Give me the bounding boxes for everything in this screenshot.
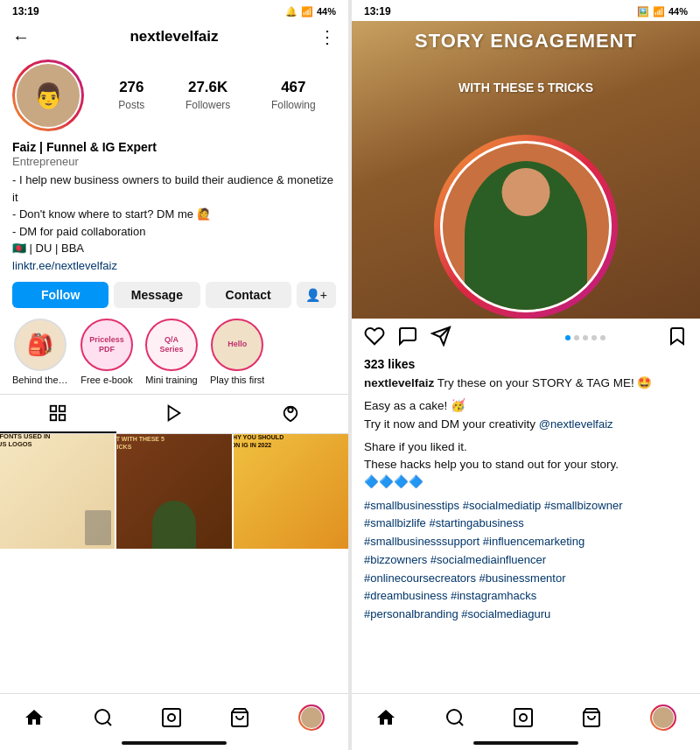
tab-grid[interactable] xyxy=(0,395,116,433)
profile-avatar-inner-left xyxy=(300,706,323,729)
try-line: Try it now and DM your creativity xyxy=(364,417,539,431)
send-icon xyxy=(430,326,452,347)
dot-1 xyxy=(565,335,570,340)
bio-text: - I help new business owners to build th… xyxy=(12,172,336,257)
bio-section: Faiz | Funnel & IG Expert Entrepreneur -… xyxy=(0,140,348,273)
nav-shop-right[interactable] xyxy=(572,704,611,732)
following-label: Following xyxy=(271,99,316,111)
like-button[interactable] xyxy=(364,326,385,350)
nav-reels-left[interactable] xyxy=(152,704,191,732)
post-image: STORY ENGAGEMENT WITH THESE 5 TRICKS xyxy=(352,21,700,319)
followers-stat[interactable]: 27.6K Followers xyxy=(186,79,230,112)
comment-icon xyxy=(397,326,418,347)
posts-label: Posts xyxy=(118,99,144,111)
highlight-item-3[interactable]: Q/ASeries Mini training xyxy=(145,319,198,385)
post-extra-1: Easy as a cake! 🥳 Try it now and DM your… xyxy=(364,397,688,433)
emoji-line: 🔷🔷🔷🔷 xyxy=(364,475,424,488)
svg-rect-1 xyxy=(60,405,65,410)
status-icons-right: 🖼️ 📶 44% xyxy=(637,6,688,18)
bookmark-icon xyxy=(667,326,688,347)
profile-stats: 276 Posts 27.6K Followers 467 Following xyxy=(98,79,336,112)
action-buttons: Follow Message Contact 👤+ xyxy=(0,282,348,308)
person-avatar xyxy=(440,141,612,312)
grid-post-2-text: INCREASE YOUR STORY ENGAGEMENT WITH THES… xyxy=(116,434,174,455)
person-body xyxy=(465,161,587,310)
highlight-item-4[interactable]: Hello Play this first xyxy=(210,319,264,385)
grid-post-1[interactable]: 8 POPULAR FONTS USED IN FAMOUS LOGOS xyxy=(0,434,115,549)
nav-search-right[interactable] xyxy=(436,704,474,732)
person-circle xyxy=(434,135,618,319)
svg-rect-7 xyxy=(163,709,180,726)
nav-profile-left[interactable] xyxy=(290,701,333,734)
battery-right: 44% xyxy=(668,6,688,17)
post-mention[interactable]: @nextlevelfaiz xyxy=(539,417,613,431)
posts-stat[interactable]: 276 Posts xyxy=(118,79,144,112)
grid-post-3[interactable]: 3 REASONS WHY YOU SHOULD USE ADS ON IG I… xyxy=(234,434,348,549)
svg-point-6 xyxy=(95,710,109,724)
highlight-item-2[interactable]: PricelessPDF Free e-book xyxy=(80,319,133,385)
phone-right: 13:19 🖼️ 📶 44% STORY ENGAGEMENT WITH THE… xyxy=(352,0,700,750)
tab-reels[interactable] xyxy=(116,395,233,433)
message-button[interactable]: Message xyxy=(114,282,200,308)
search-icon-right xyxy=(444,707,466,728)
bottom-nav-left xyxy=(0,693,348,738)
share-button[interactable] xyxy=(430,326,452,350)
alarm-icon: 🔔 xyxy=(285,6,298,18)
avatar-wrapper[interactable]: 👨 xyxy=(12,60,84,131)
highlight-circle-3: Q/ASeries xyxy=(145,319,198,371)
back-button[interactable]: ← xyxy=(12,27,30,47)
highlight-item-1[interactable]: 🎒 Behind the sc... xyxy=(12,319,68,385)
nav-shop-left[interactable] xyxy=(220,704,259,732)
nav-search-left[interactable] xyxy=(84,704,122,732)
tab-tagged[interactable] xyxy=(232,395,348,433)
bottom-nav-right xyxy=(352,693,700,738)
grid-post-2[interactable]: INCREASE YOUR STORY ENGAGEMENT WITH THES… xyxy=(116,434,231,549)
time-left: 13:19 xyxy=(12,5,39,18)
status-icons-left: 🔔 📶 44% xyxy=(285,6,336,18)
grid-post-1-text: 8 POPULAR FONTS USED IN FAMOUS LOGOS xyxy=(0,434,58,453)
dot-indicators xyxy=(515,335,654,340)
likes-count: 323 likes xyxy=(364,357,688,371)
comment-button[interactable] xyxy=(397,326,418,350)
dot-3 xyxy=(583,335,588,340)
following-count: 467 xyxy=(271,79,316,96)
highlight-label-2: Free e-book xyxy=(80,375,132,385)
grid-icon xyxy=(48,403,67,423)
add-friend-button[interactable]: 👤+ xyxy=(297,282,336,308)
post-content: 323 likes nextlevelfaiz Try these on you… xyxy=(352,357,700,693)
nav-bar-left: ← nextlevelfaiz ⋮ xyxy=(0,21,348,53)
dot-4 xyxy=(592,335,597,340)
profile-avatar-left xyxy=(298,704,325,731)
following-stat[interactable]: 467 Following xyxy=(271,79,316,112)
nav-home-left[interactable] xyxy=(15,704,53,732)
bio-line1: - I help new business owners to build th… xyxy=(12,173,333,204)
home-icon-right xyxy=(375,707,396,728)
posts-grid: 8 POPULAR FONTS USED IN FAMOUS LOGOS INC… xyxy=(0,434,348,694)
bio-line2: - Don't know where to start? DM me 🙋 xyxy=(12,207,211,221)
save-button[interactable] xyxy=(667,326,688,350)
svg-rect-0 xyxy=(51,405,56,410)
post-caption-text: Try these on your STORY & TAG ME! 🤩 xyxy=(438,376,653,389)
contact-button[interactable]: Contact xyxy=(206,282,291,308)
nav-profile-right[interactable] xyxy=(641,701,685,734)
post-extra-2: Share if you liked it. These hacks help … xyxy=(364,438,688,492)
hacks-line: These hacks help you to stand out for yo… xyxy=(364,458,619,471)
post-actions xyxy=(352,319,700,357)
reels-icon-right xyxy=(513,707,534,728)
follow-button[interactable]: Follow xyxy=(12,282,108,308)
avatar: 👨 xyxy=(15,62,81,129)
profile-avatar-right xyxy=(650,704,676,731)
nav-reels-right[interactable] xyxy=(504,704,542,732)
svg-point-14 xyxy=(520,714,527,721)
post-author[interactable]: nextlevelfaiz xyxy=(364,376,434,389)
svg-point-5 xyxy=(288,407,293,412)
more-options-button[interactable]: ⋮ xyxy=(318,26,336,47)
post-image-subtitle: WITH THESE 5 TRICKS xyxy=(352,81,700,95)
add-person-icon: 👤+ xyxy=(305,288,327,302)
content-tabs xyxy=(0,394,348,434)
nav-home-right[interactable] xyxy=(367,704,405,732)
bio-link[interactable]: linktr.ee/nextlevelfaiz xyxy=(12,259,117,272)
svg-point-8 xyxy=(168,714,175,721)
person-face xyxy=(502,168,550,216)
svg-point-12 xyxy=(447,710,461,724)
